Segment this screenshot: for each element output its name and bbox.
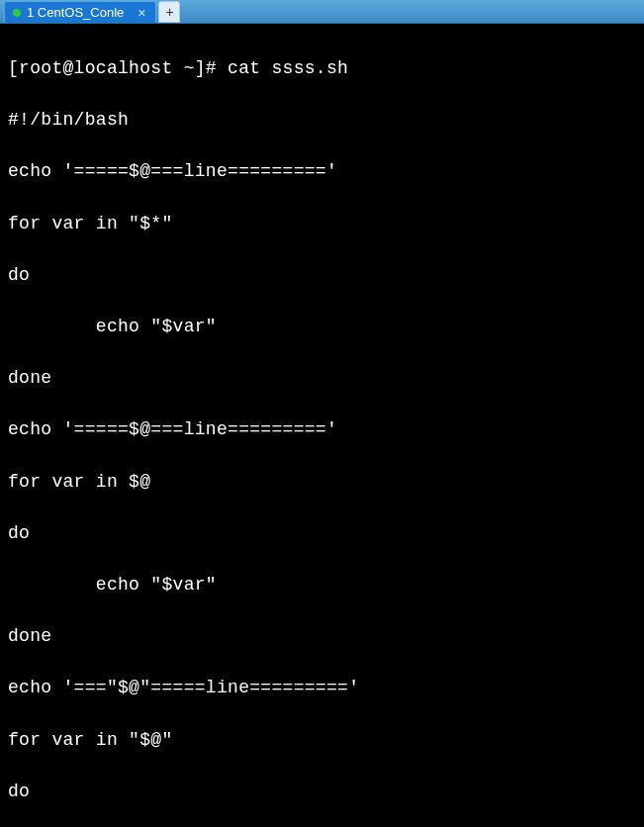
terminal-line: do — [8, 520, 636, 546]
terminal-line: for var in "$*" — [8, 211, 636, 236]
terminal-line: echo "$var" — [8, 572, 636, 597]
terminal-line: [root@localhost ~]# cat ssss.sh — [8, 55, 636, 81]
terminal-line: do — [8, 779, 636, 804]
terminal-line: echo '=====$@===line=========' — [8, 416, 636, 442]
terminal-line: for var in "$@" — [8, 727, 636, 753]
terminal-viewport[interactable]: [root@localhost ~]# cat ssss.sh #!/bin/b… — [0, 24, 644, 827]
terminal-line: echo "$var" — [8, 314, 636, 339]
terminal-line: #!/bin/bash — [8, 107, 636, 133]
terminal-line: echo '==="$@"=====line=========' — [8, 675, 636, 700]
title-bar: 1 CentOS_Conle × + — [0, 0, 644, 24]
plus-icon: + — [165, 4, 173, 20]
terminal-line: for var in $@ — [8, 469, 636, 495]
terminal-line: done — [8, 623, 636, 649]
shell-prompt: [root@localhost ~]# — [8, 58, 228, 78]
terminal-line: echo '=====$@===line=========' — [8, 158, 636, 184]
new-tab-button[interactable]: + — [158, 1, 180, 23]
tab-centos[interactable]: 1 CentOS_Conle × — [4, 1, 156, 23]
terminal-line: do — [8, 262, 636, 288]
command-text: cat ssss.sh — [228, 58, 348, 78]
tab-label: 1 CentOS_Conle — [27, 5, 124, 20]
close-icon[interactable]: × — [138, 5, 145, 21]
status-dot-icon — [13, 9, 21, 17]
terminal-line: done — [8, 365, 636, 391]
